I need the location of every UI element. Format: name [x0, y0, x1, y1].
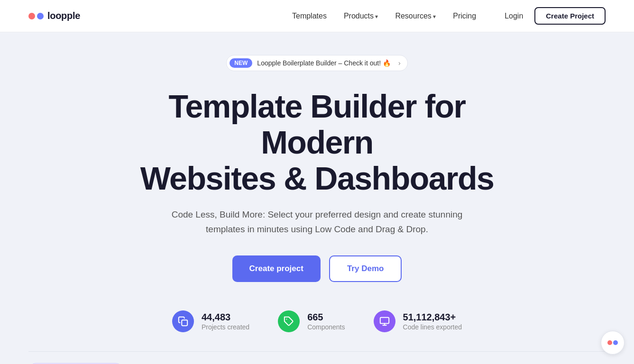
hero-heading-line1: Template Builder for Modern: [168, 88, 465, 160]
nav-item-products[interactable]: Products: [344, 12, 378, 20]
chat-button[interactable]: [601, 331, 625, 355]
logo[interactable]: loopple: [28, 10, 80, 21]
stat-text-projects: 44,483 Projects created: [202, 312, 249, 331]
nav-link-templates[interactable]: Templates: [292, 12, 327, 20]
stat-icon-monitor: [374, 310, 395, 332]
navbar: loopple Templates Products Resources Pri…: [0, 0, 634, 32]
chat-dot-red: [607, 340, 612, 345]
stat-projects: 44,483 Projects created: [172, 310, 249, 332]
stat-icon-copy: [172, 310, 194, 332]
hero-heading: Template Builder for Modern Websites & D…: [123, 88, 512, 196]
nav-actions: Login Create Project: [505, 7, 606, 25]
nav-item-resources[interactable]: Resources: [395, 12, 436, 20]
try-demo-button[interactable]: Try Demo: [329, 255, 402, 282]
svg-rect-2: [380, 318, 388, 324]
stat-label-components: Components: [307, 323, 345, 331]
stat-components: 665 Components: [278, 310, 345, 332]
stats-divider: [28, 351, 606, 352]
stat-label-projects: Projects created: [202, 323, 249, 331]
announcement-arrow-icon: ›: [398, 59, 401, 67]
logo-dot-red: [28, 13, 35, 19]
create-project-nav-button[interactable]: Create Project: [534, 7, 606, 25]
stat-icon-puzzle: [278, 310, 300, 332]
stat-code-lines: 51,112,843+ Code lines exported: [374, 310, 462, 332]
stat-number-projects: 44,483: [202, 312, 249, 323]
main-content: NEW Loopple Boilerplate Builder – Check …: [0, 32, 634, 364]
hero-heading-line2: Websites & Dashboards: [140, 160, 494, 196]
nav-link-resources[interactable]: Resources: [395, 12, 436, 20]
stat-text-code-lines: 51,112,843+ Code lines exported: [403, 312, 462, 331]
hero-subtext: Code Less, Build More: Select your prefe…: [156, 208, 478, 237]
create-project-button[interactable]: Create project: [232, 255, 321, 282]
announcement-bar[interactable]: NEW Loopple Boilerplate Builder – Check …: [226, 55, 407, 71]
announcement-badge: NEW: [230, 58, 252, 68]
stats-row: 44,483 Projects created 665 Components: [104, 310, 531, 332]
announcement-text: Loopple Boilerplate Builder – Check it o…: [257, 59, 391, 67]
logo-dot-blue: [37, 13, 44, 19]
chat-button-dots: [607, 340, 618, 345]
nav-item-pricing[interactable]: Pricing: [453, 12, 476, 20]
logo-text: loopple: [47, 10, 80, 21]
nav-item-templates[interactable]: Templates: [292, 12, 327, 20]
stat-number-code-lines: 51,112,843+: [403, 312, 462, 323]
stat-text-components: 665 Components: [307, 312, 345, 331]
cta-buttons: Create project Try Demo: [232, 255, 402, 282]
stat-number-components: 665: [307, 312, 345, 323]
stat-label-code-lines: Code lines exported: [403, 323, 462, 331]
nav-links: Templates Products Resources Pricing: [292, 12, 476, 20]
nav-link-products[interactable]: Products: [344, 12, 378, 20]
logo-dots: [28, 13, 44, 19]
nav-link-pricing[interactable]: Pricing: [453, 12, 476, 20]
chat-dot-blue: [613, 340, 618, 345]
login-button[interactable]: Login: [505, 12, 523, 20]
svg-rect-0: [182, 320, 187, 326]
